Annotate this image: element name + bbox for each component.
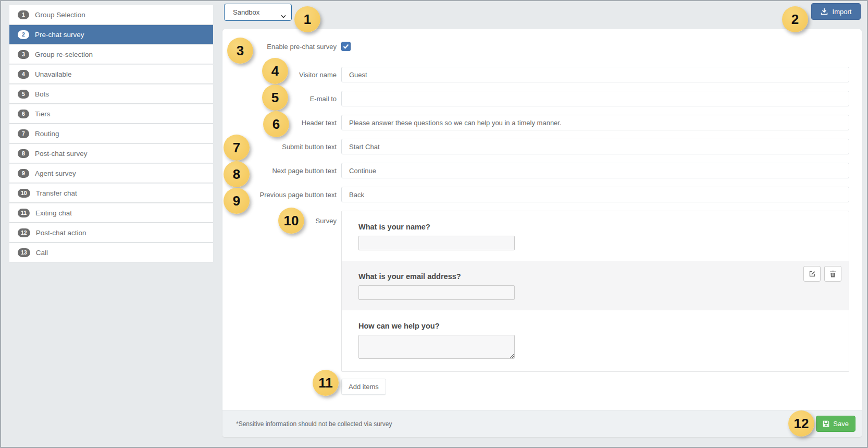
environment-select-wrap: Sandbox <box>224 4 292 21</box>
survey-question-name: What is your name? <box>342 211 849 261</box>
step-number-badge: 10 <box>18 189 30 198</box>
annotation-callout-9: 9 <box>224 188 250 214</box>
annotation-callout-12: 12 <box>788 410 814 437</box>
sidebar-item-label: Exiting chat <box>35 209 72 217</box>
save-button-label: Save <box>833 420 849 428</box>
import-button-label: Import <box>833 8 852 16</box>
sidebar-item-label: Group re-selection <box>35 51 93 58</box>
submit-button-text-label: Submit button text <box>235 143 337 151</box>
sidebar-item-group-selection[interactable]: 1 Group Selection <box>9 5 213 24</box>
annotation-callout-1: 1 <box>294 6 320 32</box>
sidebar-item-label: Bots <box>35 90 49 98</box>
step-number-badge: 9 <box>18 169 29 178</box>
checkmark-icon <box>343 44 349 49</box>
sidebar-item-label: Post-chat survey <box>35 150 88 158</box>
step-number-badge: 4 <box>18 70 29 79</box>
visitor-name-row: Visitor name <box>235 67 849 82</box>
edit-question-button[interactable] <box>803 266 821 282</box>
panel-footer: *Sensitive information should not be col… <box>222 410 862 437</box>
sidebar-item-label: Agent survey <box>35 169 76 177</box>
step-number-badge: 3 <box>18 50 29 59</box>
submit-button-text-input[interactable] <box>341 139 849 154</box>
sidebar-item-group-re-selection[interactable]: 3 Group re-selection <box>9 45 213 64</box>
steps-sidebar: 1 Group Selection 2 Pre-chat survey 3 Gr… <box>9 5 213 263</box>
annotation-callout-7: 7 <box>224 135 250 161</box>
step-number-badge: 2 <box>18 30 29 39</box>
add-items-button[interactable]: Add items <box>341 379 386 395</box>
app-window: 1 Group Selection 2 Pre-chat survey 3 Gr… <box>0 0 868 448</box>
survey-question-help: How can we help you? <box>342 310 849 371</box>
sidebar-item-label: Routing <box>35 130 59 138</box>
enable-pre-chat-survey-checkbox[interactable] <box>341 42 351 51</box>
previous-page-button-text-row: Previous page button text <box>235 187 849 202</box>
import-button[interactable]: Import <box>811 3 861 20</box>
save-icon <box>823 420 829 427</box>
survey-items-container: What is your name? <box>341 211 849 372</box>
sidebar-item-transfer-chat[interactable]: 10 Transfer chat <box>9 184 213 202</box>
sidebar-item-label: Tiers <box>35 110 51 118</box>
header-text-row: Header text <box>235 115 849 130</box>
sidebar-item-tiers[interactable]: 6 Tiers <box>9 104 213 123</box>
download-icon <box>821 8 828 15</box>
sidebar-item-pre-chat-survey[interactable]: 2 Pre-chat survey <box>9 25 213 44</box>
sidebar-item-label: Pre-chat survey <box>35 31 84 39</box>
annotation-callout-3: 3 <box>227 38 253 64</box>
step-number-badge: 11 <box>18 209 30 217</box>
next-page-button-text-row: Next page button text <box>235 163 849 178</box>
step-number-badge: 8 <box>18 149 29 158</box>
survey-row: Survey What is your name? <box>235 211 849 372</box>
annotation-callout-11: 11 <box>313 370 339 396</box>
delete-question-button[interactable] <box>824 266 841 282</box>
email-to-input[interactable] <box>341 91 849 106</box>
save-button[interactable]: Save <box>816 416 855 432</box>
step-number-badge: 12 <box>18 228 30 237</box>
survey-question-email: What is your email address? <box>342 261 849 310</box>
enable-pre-chat-survey-row: Enable pre-chat survey <box>235 42 849 51</box>
step-number-badge: 5 <box>18 90 29 99</box>
previous-page-button-text-label: Previous page button text <box>235 191 337 199</box>
previous-page-button-text-input[interactable] <box>341 187 849 202</box>
sidebar-item-routing[interactable]: 7 Routing <box>9 124 213 143</box>
sidebar-item-agent-survey[interactable]: 9 Agent survey <box>9 164 213 183</box>
survey-question-help-textarea[interactable] <box>358 335 515 359</box>
next-page-button-text-label: Next page button text <box>235 167 337 175</box>
sensitive-info-note: *Sensitive information should not be col… <box>236 420 392 428</box>
sidebar-item-call[interactable]: 13 Call <box>9 243 213 262</box>
step-number-badge: 6 <box>18 110 29 118</box>
sidebar-item-label: Unavailable <box>35 70 72 78</box>
step-number-badge: 7 <box>18 129 29 138</box>
header-text-input[interactable] <box>341 115 849 130</box>
sidebar-item-label: Post-chat action <box>36 229 86 237</box>
sidebar-item-label: Group Selection <box>35 11 85 19</box>
environment-select[interactable]: Sandbox <box>224 4 292 21</box>
annotation-callout-2: 2 <box>782 6 808 32</box>
sidebar-item-label: Call <box>36 249 48 257</box>
visitor-name-input[interactable] <box>341 67 849 82</box>
survey-question-email-input[interactable] <box>358 285 515 300</box>
email-to-row: E-mail to <box>235 91 849 106</box>
step-number-badge: 13 <box>18 248 30 257</box>
sidebar-item-post-chat-survey[interactable]: 8 Post-chat survey <box>9 144 213 163</box>
submit-button-text-row: Submit button text <box>235 139 849 154</box>
survey-question-title: How can we help you? <box>358 322 832 330</box>
annotation-callout-6: 6 <box>263 111 289 137</box>
step-number-badge: 1 <box>18 10 29 19</box>
edit-icon <box>809 270 816 277</box>
annotation-callout-4: 4 <box>262 58 288 84</box>
sidebar-item-post-chat-action[interactable]: 12 Post-chat action <box>9 223 213 242</box>
sidebar-item-unavailable[interactable]: 4 Unavailable <box>9 65 213 83</box>
sidebar-item-exiting-chat[interactable]: 11 Exiting chat <box>9 203 213 222</box>
sidebar-item-label: Transfer chat <box>36 189 77 197</box>
survey-question-title: What is your email address? <box>358 272 832 281</box>
sidebar-item-bots[interactable]: 5 Bots <box>9 84 213 103</box>
trash-icon <box>829 270 836 277</box>
annotation-callout-5: 5 <box>262 84 288 111</box>
annotation-callout-8: 8 <box>224 161 250 187</box>
survey-question-title: What is your name? <box>358 223 832 231</box>
annotation-callout-10: 10 <box>278 208 304 234</box>
survey-question-name-input[interactable] <box>358 236 515 250</box>
next-page-button-text-input[interactable] <box>341 163 849 178</box>
